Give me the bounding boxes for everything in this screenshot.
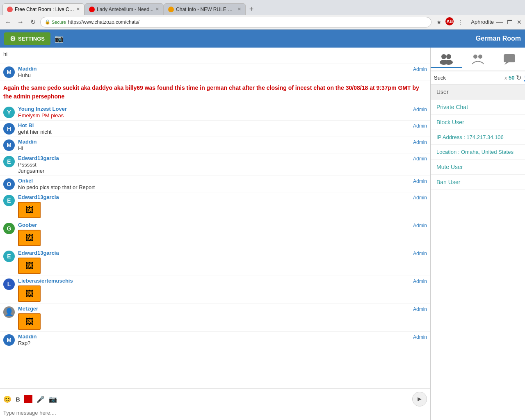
admin-label[interactable]: Admin [413, 106, 427, 112]
message-username[interactable]: Maddin [18, 66, 37, 72]
message-username[interactable]: Edward13garcia [18, 194, 59, 200]
avatar: M [3, 334, 15, 346]
tab-2-label: Lady Antebellum - Need... [97, 7, 153, 12]
avatar: L [3, 278, 15, 290]
color-button[interactable] [24, 395, 32, 403]
message-username[interactable]: Young Inzest Lover [18, 106, 67, 112]
admin-label[interactable]: Admin [413, 306, 427, 312]
user-menu: User Private Chat Block User IP Address … [431, 84, 525, 190]
settings-button[interactable]: ⚙ SETTINGS [4, 32, 50, 45]
message-content: Edward13garcia PssssstJungsamer [18, 155, 413, 174]
tab-2[interactable]: Lady Antebellum - Need... ✕ [84, 3, 164, 15]
svg-point-5 [478, 55, 482, 59]
admin-label[interactable]: Admin [413, 155, 427, 162]
image-attachment[interactable]: 🖼 [18, 313, 41, 330]
nav-bar: ← → ↻ 🔒 Secure https://www.chatzozo.com/… [0, 15, 525, 30]
right-panel-icons [431, 48, 525, 71]
search-person-icon[interactable]: 👤 [523, 74, 525, 82]
search-count: 50 [509, 75, 514, 81]
pair-users-icon[interactable] [462, 51, 494, 67]
user-menu-item-block-user[interactable]: Block User [431, 115, 525, 130]
users-list-icon[interactable] [431, 51, 462, 68]
tab-3[interactable]: Chat Info - NEW RULE CO... ✕ [164, 3, 246, 15]
svg-marker-7 [504, 62, 509, 65]
list-item: M Maddin Rsp? Admin [0, 332, 430, 348]
reload-button[interactable]: ↻ [28, 17, 38, 27]
avatar: E [3, 156, 15, 167]
svg-point-4 [473, 55, 477, 59]
list-item: M Maddin Hi Admin [0, 137, 430, 153]
bookmark-star-icon[interactable]: ★ [434, 17, 444, 27]
message-username[interactable]: Goober [18, 222, 37, 228]
admin-label[interactable]: Admin [413, 139, 427, 145]
admin-label[interactable]: Admin [413, 178, 427, 184]
forward-button[interactable]: → [16, 17, 25, 27]
image-attachment[interactable]: 🖼 [18, 230, 41, 246]
new-tab-button[interactable]: + [246, 3, 257, 15]
message-username[interactable]: Edward13garcia [18, 250, 59, 256]
microphone-button[interactable]: 🎤 [37, 395, 45, 403]
image-icon: 🖼 [25, 289, 34, 299]
chrome-menu-icon[interactable]: ⋮ [455, 17, 465, 27]
tabs-bar: Free Chat Room : Live Ch... ✕ Lady Anteb… [0, 0, 525, 15]
search-input[interactable] [434, 75, 503, 81]
back-button[interactable]: ← [3, 17, 13, 27]
message-content: Maddin Rsp? [18, 333, 413, 346]
message-content: Edward13garcia 🖼 [18, 250, 413, 274]
browser-close-icon[interactable]: ✕ [517, 19, 522, 25]
message-text: Huhu [18, 72, 413, 78]
list-item: H Hot Bi geht hier nicht Admin [0, 121, 430, 137]
search-clear-button[interactable]: x [504, 75, 507, 81]
list-item: L Lieberasiertemuschis 🖼 Admin [0, 276, 430, 304]
user-menu-item-mute-user[interactable]: Mute User [431, 160, 525, 175]
address-bar[interactable]: 🔒 Secure https://www.chatzozo.com/chats/ [40, 17, 431, 27]
message-username[interactable]: Edward13garcia [18, 155, 59, 161]
admin-label[interactable]: Admin [413, 122, 427, 129]
admin-label[interactable]: Admin [413, 333, 427, 340]
user-menu-item-user[interactable]: User [431, 84, 525, 100]
camera-icon[interactable]: 📷 [55, 34, 64, 43]
message-username[interactable]: Maddin [18, 333, 37, 340]
search-refresh-button[interactable]: ↻ [516, 74, 521, 82]
avatar: M [3, 139, 15, 151]
admin-label[interactable]: Admin [413, 194, 427, 201]
camera-button[interactable]: 📷 [49, 395, 57, 403]
image-attachment[interactable]: 🖼 [18, 202, 41, 218]
avatar: E [3, 251, 15, 262]
image-attachment[interactable]: 🖼 [18, 285, 41, 302]
message-username[interactable]: Hot Bi [18, 122, 34, 128]
admin-label[interactable]: Admin [413, 250, 427, 256]
location-info: Location : Omaha, United States [431, 145, 525, 160]
browser-minimize-icon[interactable]: — [496, 18, 503, 26]
message-username[interactable]: Metzger [18, 306, 38, 312]
browser-maximize-icon[interactable]: 🗖 [507, 19, 513, 25]
message-content: Goober 🖼 [18, 222, 413, 246]
user-menu-item-ban-user[interactable]: Ban User [431, 175, 525, 190]
room-name: German Room [476, 35, 521, 42]
chat-bubble-icon[interactable] [493, 51, 525, 67]
tab-2-close[interactable]: ✕ [155, 7, 159, 12]
admin-label[interactable]: Admin [413, 278, 427, 284]
chat-messages[interactable]: hi M Maddin Huhu Admin Again the same pe… [0, 48, 430, 388]
avatar: H [3, 123, 15, 135]
adblock-icon[interactable]: AB [445, 17, 454, 25]
list-item: Y Young Inzest Lover Emelysm PM pleas Ad… [0, 104, 430, 121]
admin-label[interactable]: Admin [413, 66, 427, 72]
message-text: Hi [18, 145, 413, 151]
message-username[interactable]: Maddin [18, 139, 37, 145]
message-input[interactable] [3, 408, 427, 418]
avatar: G [3, 223, 15, 234]
send-button[interactable]: ► [412, 392, 427, 406]
tab-1-close[interactable]: ✕ [76, 7, 80, 12]
bold-button[interactable]: B [16, 396, 20, 403]
tab-1-label: Free Chat Room : Live Ch... [15, 7, 74, 12]
emoji-button[interactable]: 😊 [3, 395, 11, 403]
message-username[interactable]: Lieberasiertemuschis [18, 278, 73, 284]
admin-label[interactable]: Admin [413, 222, 427, 228]
message-username[interactable]: Onkel [18, 178, 33, 184]
tab-3-close[interactable]: ✕ [237, 7, 241, 12]
image-attachment[interactable]: 🖼 [18, 258, 41, 274]
user-menu-item-private-chat[interactable]: Private Chat [431, 100, 525, 115]
avatar: E [3, 195, 15, 206]
tab-1[interactable]: Free Chat Room : Live Ch... ✕ [2, 3, 84, 15]
